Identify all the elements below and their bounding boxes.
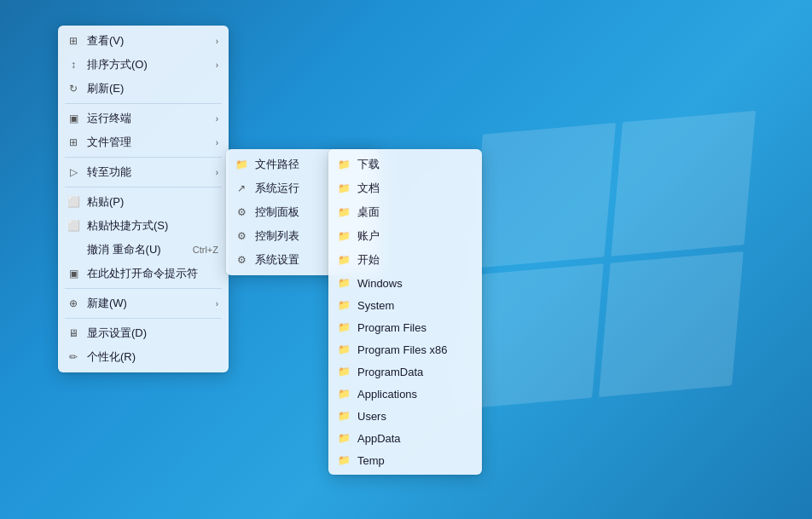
menu-item-documents[interactable]: 📁 文档 (328, 176, 482, 200)
cmd-icon: ▣ (67, 267, 80, 280)
windows-logo-decoration (471, 124, 744, 396)
menu-item-filemanager[interactable]: ⊞ 文件管理 › (58, 130, 229, 154)
menu-label-display: 显示设置(D) (87, 326, 218, 341)
menu-item-programdata[interactable]: 📁 ProgramData (328, 360, 482, 383)
menu-label-sort: 排序方式(O) (87, 57, 202, 72)
folder2-icon: 📁 (337, 387, 351, 401)
folder2-icon: 📁 (337, 431, 351, 445)
submenu-arrow: › (216, 299, 218, 309)
display-icon: 🖥 (67, 326, 80, 340)
folder2-icon: 📁 (337, 298, 351, 312)
folder2-icon: 📁 (337, 320, 351, 334)
divider (65, 157, 222, 158)
menu-label-terminal: 运行终端 (87, 111, 202, 126)
shortcut-label: Ctrl+Z (193, 245, 218, 255)
menu-item-display[interactable]: 🖥 显示设置(D) (58, 321, 229, 345)
menu-item-sort[interactable]: ↕ 排序方式(O) › (58, 53, 229, 77)
folder2-icon: 📁 (337, 453, 351, 467)
submenu-arrow: › (216, 61, 218, 70)
menu-item-applications[interactable]: 📁 Applications (328, 383, 482, 405)
menu-item-download[interactable]: 📁 下载 (328, 153, 482, 176)
menu-label-system: System (357, 299, 472, 312)
menu-item-view[interactable]: ⊞ 查看(V) › (58, 29, 229, 53)
folder2-icon: 📁 (337, 343, 351, 356)
menu-label-cmd: 在此处打开命令提示符 (87, 266, 218, 281)
menu-item-system[interactable]: 📁 System (328, 294, 482, 316)
folder2-icon: 📁 (337, 182, 351, 195)
folder2-icon: 📁 (337, 229, 351, 243)
terminal-icon: ▣ (67, 112, 80, 125)
menu-label-account: 账户 (357, 228, 472, 244)
menu-label-undo: 撤消 重命名(U) (87, 242, 169, 257)
menu-label-new: 新建(W) (87, 296, 202, 311)
menu-item-temp[interactable]: 📁 Temp (328, 449, 482, 471)
menu-item-users[interactable]: 📁 Users (328, 405, 482, 427)
run-icon: ↗ (235, 182, 248, 195)
submenu-arrow: › (216, 168, 218, 177)
submenu-arrow: › (216, 37, 218, 46)
folder2-icon: 📁 (337, 205, 351, 219)
sort-icon: ↕ (67, 58, 80, 72)
divider (65, 318, 222, 319)
menu-item-start[interactable]: 📁 开始 (328, 248, 482, 272)
menu-label-view: 查看(V) (87, 33, 202, 49)
main-context-menu: ⊞ 查看(V) › ↕ 排序方式(O) › ↻ 刷新(E) ▣ 运行终端 › ⊞… (58, 26, 229, 372)
paste-shortcut-icon: ⬜ (67, 219, 80, 233)
gear2-icon: ⚙ (235, 229, 248, 243)
menu-item-program-files[interactable]: 📁 Program Files (328, 316, 482, 338)
menu-label-goto: 转至功能 (87, 164, 202, 180)
gear-icon: ⚙ (235, 205, 248, 219)
goto-icon: ▷ (67, 165, 80, 179)
menu-item-cmd[interactable]: ▣ 在此处打开命令提示符 (58, 262, 229, 285)
filemanager-icon: ⊞ (67, 136, 80, 149)
submenu-arrow: › (216, 138, 218, 147)
menu-item-program-files-x86[interactable]: 📁 Program Files x86 (328, 338, 482, 360)
menu-label-temp: Temp (357, 454, 472, 467)
menu-label-download: 下载 (357, 157, 472, 172)
refresh-icon: ↻ (67, 82, 80, 95)
divider (65, 103, 222, 104)
menu-label-appdata: AppData (357, 432, 472, 445)
menu-label-paste-shortcut: 粘贴快捷方式(S) (87, 218, 218, 234)
menu-item-windows[interactable]: 📁 Windows (328, 272, 482, 294)
menu-label-desktop: 桌面 (357, 205, 472, 220)
divider (65, 288, 222, 289)
menu-label-programdata: ProgramData (357, 366, 472, 378)
paste-icon: ⬜ (67, 195, 80, 209)
menu-item-paste[interactable]: ⬜ 粘贴(P) (58, 190, 229, 214)
menu-label-paste: 粘贴(P) (87, 194, 218, 210)
folder2-icon: 📁 (337, 253, 351, 267)
menu-item-account[interactable]: 📁 账户 (328, 224, 482, 248)
menu-item-goto[interactable]: ▷ 转至功能 › (58, 160, 229, 184)
menu-label-users: Users (357, 410, 472, 423)
view-icon: ⊞ (67, 34, 80, 48)
menu-label-personalize: 个性化(R) (87, 349, 218, 365)
menu-item-new[interactable]: ⊕ 新建(W) › (58, 291, 229, 315)
menu-item-appdata[interactable]: 📁 AppData (328, 427, 482, 449)
folder2-icon: 📁 (337, 365, 351, 378)
new-icon: ⊕ (67, 297, 80, 310)
menu-item-desktop[interactable]: 📁 桌面 (328, 200, 482, 224)
menu-item-undo-rename[interactable]: 撤消 重命名(U) Ctrl+Z (58, 238, 229, 262)
submenu-arrow: › (216, 114, 218, 124)
menu-label-documents: 文档 (357, 181, 472, 196)
gear3-icon: ⚙ (235, 253, 248, 267)
filepath-submenu: 📁 下载 📁 文档 📁 桌面 📁 账户 📁 开始 📁 Windows 📁 Sys… (328, 149, 482, 475)
menu-item-personalize[interactable]: ✏ 个性化(R) (58, 345, 229, 369)
personalize-icon: ✏ (67, 350, 80, 364)
divider (65, 187, 222, 187)
menu-label-applications: Applications (357, 388, 472, 401)
menu-label-refresh: 刷新(E) (87, 81, 218, 96)
menu-item-paste-shortcut[interactable]: ⬜ 粘贴快捷方式(S) (58, 214, 229, 238)
menu-label-filemanager: 文件管理 (87, 135, 202, 150)
menu-label-start: 开始 (357, 252, 472, 268)
undo-icon (67, 243, 80, 257)
menu-item-refresh[interactable]: ↻ 刷新(E) (58, 77, 229, 101)
menu-label-windows: Windows (357, 277, 472, 290)
folder-icon: 📁 (235, 158, 248, 171)
folder2-icon: 📁 (337, 276, 351, 290)
menu-label-program-files-x86: Program Files x86 (357, 343, 472, 356)
folder2-icon: 📁 (337, 409, 351, 423)
menu-label-program-files: Program Files (357, 321, 472, 334)
menu-item-terminal[interactable]: ▣ 运行终端 › (58, 107, 229, 130)
